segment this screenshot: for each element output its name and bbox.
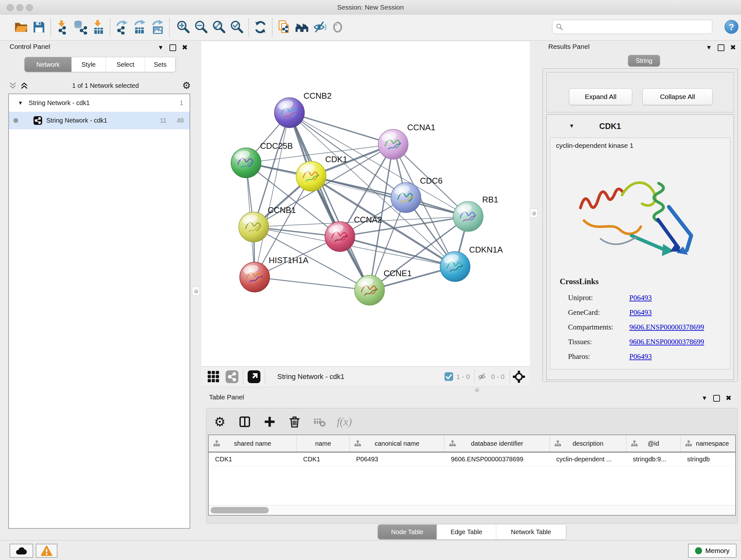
panel-menu-icon[interactable]: ▼ <box>701 395 708 401</box>
birds-eye-view-icon[interactable] <box>512 370 526 384</box>
edge-HIST1H1A-CCNE1[interactable] <box>255 277 369 290</box>
warning-button[interactable] <box>36 544 57 558</box>
node-CDC6[interactable]: CDC6 <box>391 176 443 212</box>
tab-string[interactable]: String <box>628 55 660 66</box>
import-network-database-button[interactable] <box>71 17 89 38</box>
column-header-canonicalname[interactable]: canonical name <box>350 435 445 452</box>
expand-all-icon[interactable] <box>20 82 29 89</box>
crosslink-link[interactable]: 9606.ENSP00000378699 <box>629 338 704 346</box>
import-table-icon <box>91 20 106 36</box>
node-RB1[interactable]: RB1 <box>453 195 498 232</box>
panel-close-icon[interactable]: ✖ <box>730 44 736 52</box>
section-collapse-icon[interactable]: ▼ <box>569 123 575 129</box>
tab-select[interactable]: Select <box>106 57 145 72</box>
export-image-button[interactable] <box>149 17 166 38</box>
node-CCNE1[interactable]: CCNE1 <box>354 268 412 305</box>
tab-network-table[interactable]: Network Table <box>496 524 566 539</box>
table-row[interactable]: CDK1CDK1P064939606.ENSP00000378699cyclin… <box>209 452 735 466</box>
node-CDK1[interactable]: CDK1 <box>296 154 347 191</box>
network-collection-row[interactable]: ▼ String Network - cdk1 1 <box>9 94 190 112</box>
horizontal-splitter-handle[interactable] <box>472 387 482 393</box>
panel-float-icon[interactable] <box>718 44 724 51</box>
first-neighbors-button[interactable] <box>293 17 311 38</box>
grid-view-icon[interactable] <box>206 370 220 384</box>
network-options-gear-icon[interactable]: ⚙ <box>182 81 191 90</box>
node-table: shared namenamecanonical namedatabase id… <box>208 435 736 516</box>
show-columns-button[interactable] <box>238 415 252 429</box>
save-session-icon <box>31 20 46 36</box>
search-input[interactable] <box>563 21 712 33</box>
tab-sets[interactable]: Sets <box>145 57 176 72</box>
cloud-button[interactable] <box>10 544 33 558</box>
crosslink-link[interactable]: 9606.ENSP00000378699 <box>629 323 704 331</box>
collapse-all-button[interactable]: Collapse All <box>643 88 713 105</box>
delete-column-button[interactable] <box>287 415 301 429</box>
node-HIST1H1A[interactable]: HIST1H1A <box>240 255 309 292</box>
expand-all-button[interactable]: Expand All <box>569 88 632 105</box>
left-splitter-handle[interactable] <box>192 287 200 296</box>
zoom-in-button[interactable] <box>174 17 192 38</box>
panel-menu-icon[interactable]: ▼ <box>706 44 712 51</box>
scrollbar-thumb[interactable] <box>211 507 269 513</box>
delete-table-button[interactable] <box>313 415 327 429</box>
right-splitter-handle[interactable] <box>530 209 538 218</box>
import-network-file-button[interactable] <box>54 17 71 38</box>
apply-layout-icon <box>253 20 268 36</box>
network-canvas[interactable]: CCNB2CCNA1CDC25BCDK1CDC6RB1CCNB1CCNA2CDK… <box>201 42 530 366</box>
hidden-eye-icon[interactable] <box>476 371 488 382</box>
panel-float-icon[interactable] <box>713 395 720 401</box>
zoom-fit-button[interactable] <box>210 17 228 38</box>
crosslink-link[interactable]: P06493 <box>629 308 652 317</box>
node-CDC25B[interactable]: CDC25B <box>231 141 293 178</box>
crosslink-link[interactable]: P06493 <box>629 294 652 302</box>
panel-close-icon[interactable]: ✖ <box>726 394 731 402</box>
column-header-namespace[interactable]: namespace <box>681 435 736 452</box>
gene-section-header[interactable]: ▼ CDK1 <box>547 115 734 138</box>
column-header-id[interactable]: @id <box>626 435 681 452</box>
table-settings-icon: ⚙ <box>214 417 226 427</box>
panel-menu-icon[interactable]: ▼ <box>158 44 164 51</box>
tab-style[interactable]: Style <box>71 57 106 72</box>
node-CDKN1A[interactable]: CDKN1A <box>440 245 503 282</box>
import-table-button[interactable] <box>89 17 107 38</box>
node-CCNB1[interactable]: CCNB1 <box>239 205 296 242</box>
apply-layout-button[interactable] <box>252 17 269 38</box>
zoom-out-button[interactable] <box>192 17 210 38</box>
collection-expand-icon[interactable]: ▼ <box>18 100 23 106</box>
network-row-selected[interactable]: String Network - cdk1 11 48 <box>9 112 190 129</box>
add-column-button[interactable] <box>263 415 277 429</box>
edge-CCNB2-CCNA1[interactable] <box>289 113 393 144</box>
export-network-icon <box>115 20 129 36</box>
crosslink-link[interactable]: P06493 <box>629 353 652 361</box>
open-session-button[interactable] <box>12 17 30 38</box>
table-settings-button[interactable]: ⚙ <box>213 415 227 429</box>
detach-view-icon[interactable] <box>247 370 261 384</box>
tab-network[interactable]: Network <box>24 57 71 72</box>
network-view-share-icon[interactable] <box>225 370 239 384</box>
edge-CCNB2-HIST1H1A[interactable] <box>255 113 289 277</box>
table-header-row: shared namenamecanonical namedatabase id… <box>209 435 735 452</box>
export-network-button[interactable] <box>113 17 131 38</box>
column-header-sharedname[interactable]: shared name <box>209 435 297 452</box>
tab-edge-table[interactable]: Edge Table <box>437 524 496 539</box>
column-header-databaseidentifier[interactable]: database identifier <box>445 435 550 452</box>
show-all-button[interactable] <box>329 17 347 38</box>
save-session-button[interactable] <box>30 17 48 38</box>
help-button[interactable]: ? <box>724 20 738 34</box>
panel-float-icon[interactable] <box>170 44 176 51</box>
export-table-button[interactable] <box>131 17 149 38</box>
tab-node-table[interactable]: Node Table <box>378 524 437 539</box>
collapse-all-icon[interactable] <box>8 82 17 89</box>
column-header-name[interactable]: name <box>297 435 350 452</box>
table-horizontal-scrollbar[interactable] <box>209 505 735 515</box>
column-header-description[interactable]: description <box>550 435 626 452</box>
selected-checkbox-icon[interactable] <box>445 372 453 381</box>
function-builder-button[interactable]: f(x) <box>337 415 351 429</box>
hide-selected-button[interactable] <box>311 17 329 38</box>
edge-CDK1-RB1[interactable] <box>311 176 468 216</box>
copy-network-button[interactable] <box>275 17 293 38</box>
panel-close-icon[interactable]: ✖ <box>182 44 188 52</box>
node-CCNA1[interactable]: CCNA1 <box>378 123 435 159</box>
zoom-selected-button[interactable] <box>228 17 246 38</box>
memory-button[interactable]: Memory <box>688 544 737 558</box>
